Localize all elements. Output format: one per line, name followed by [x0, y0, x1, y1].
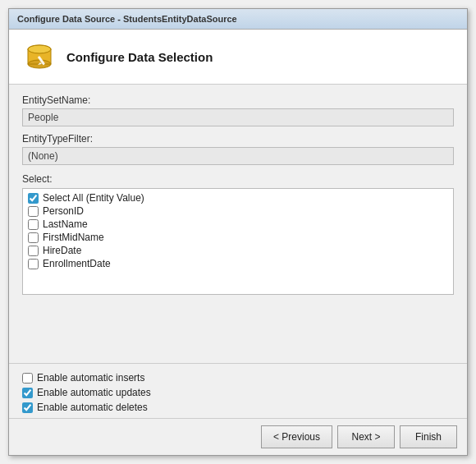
button-bar: < Previous Next > Finish [9, 418, 467, 455]
bottom-item-auto-deletes[interactable]: Enable automatic deletes [22, 402, 454, 413]
header-section: Configure Data Selection [9, 30, 467, 85]
label-auto-updates: Enable automatic updates [37, 387, 151, 398]
content-area: EntitySetName: EntityTypeFilter: Select:… [9, 85, 467, 364]
label-auto-inserts: Enable automatic inserts [37, 372, 144, 384]
bottom-checkboxes: Enable automatic insertsEnable automatic… [9, 364, 467, 418]
select-list: Select All (Entity Value)PersonIDLastNam… [22, 188, 454, 295]
select-item-first-mid-name[interactable]: FirstMidName [28, 232, 448, 243]
select-item-last-name[interactable]: LastName [28, 218, 448, 230]
wizard-icon [22, 39, 57, 74]
checkbox-auto-inserts[interactable] [22, 373, 33, 384]
bottom-item-auto-updates[interactable]: Enable automatic updates [22, 387, 454, 398]
entity-type-filter-label: EntityTypeFilter: [22, 133, 454, 145]
next-button[interactable]: Next > [337, 425, 395, 448]
label-hire-date: HireDate [43, 245, 81, 256]
label-select-all: Select All (Entity Value) [43, 192, 144, 204]
bottom-item-auto-inserts[interactable]: Enable automatic inserts [22, 372, 454, 384]
select-label: Select: [22, 173, 454, 185]
label-first-mid-name: FirstMidName [43, 232, 104, 243]
entity-type-filter-input[interactable] [22, 147, 454, 165]
svg-point-4 [28, 45, 51, 53]
finish-button[interactable]: Finish [400, 425, 457, 448]
checkbox-hire-date[interactable] [28, 246, 39, 256]
select-item-person-id[interactable]: PersonID [28, 205, 448, 217]
select-item-hire-date[interactable]: HireDate [28, 245, 448, 256]
label-last-name: LastName [43, 218, 88, 230]
select-item-enrollment-date[interactable]: EnrollmentDate [28, 258, 448, 269]
window-title: Configure Data Source - StudentsEntityDa… [17, 14, 237, 24]
checkbox-auto-updates[interactable] [22, 388, 33, 398]
dialog-window: Configure Data Source - StudentsEntityDa… [8, 8, 468, 456]
checkbox-first-mid-name[interactable] [28, 232, 39, 243]
previous-button[interactable]: < Previous [261, 425, 332, 448]
checkbox-auto-deletes[interactable] [22, 402, 33, 413]
checkbox-person-id[interactable] [28, 206, 39, 217]
entity-set-name-label: EntitySetName: [22, 94, 454, 106]
select-item-select-all[interactable]: Select All (Entity Value) [28, 192, 448, 204]
dialog-body: Configure Data Selection EntitySetName: … [9, 30, 467, 455]
label-auto-deletes: Enable automatic deletes [37, 402, 148, 413]
title-bar: Configure Data Source - StudentsEntityDa… [9, 9, 467, 30]
entity-set-name-input[interactable] [22, 108, 454, 126]
checkbox-last-name[interactable] [28, 219, 39, 230]
label-person-id: PersonID [43, 205, 84, 217]
label-enrollment-date: EnrollmentDate [43, 258, 111, 269]
checkbox-select-all[interactable] [28, 193, 39, 204]
checkbox-enrollment-date[interactable] [28, 259, 39, 269]
header-title: Configure Data Selection [66, 50, 213, 64]
